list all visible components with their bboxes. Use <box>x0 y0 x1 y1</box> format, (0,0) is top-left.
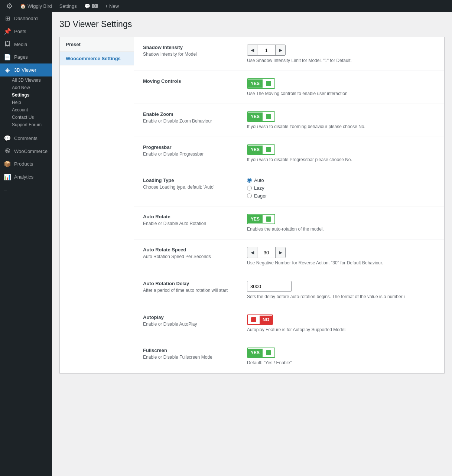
progressbar-hint: If you wish to disable Progressbar pleas… <box>247 157 435 162</box>
loading-type-auto[interactable]: Auto <box>247 177 435 183</box>
fullscreen-toggle-switch[interactable] <box>263 348 274 357</box>
site-name-label: Wiggly Bird <box>27 3 52 9</box>
sidebar-item-products[interactable]: 📦 Products <box>0 157 52 170</box>
shadow-intensity-desc: Shadow Intensity for Model <box>143 52 240 57</box>
loading-type-auto-radio[interactable] <box>247 178 252 183</box>
setting-row-auto-rotate: Auto Rotate Enable or Disable Auto Rotat… <box>134 206 444 239</box>
auto-rotate-speed-input[interactable] <box>257 247 276 258</box>
collapse-icon: – <box>4 186 7 193</box>
moving-controls-toggle-switch[interactable] <box>263 79 274 88</box>
woocommerce-icon: Ⓦ <box>4 148 11 154</box>
loading-type-eager[interactable]: Eager <box>247 193 435 199</box>
fullscreen-label: Fullscreen <box>143 348 240 353</box>
shadow-intensity-label: Shadow Intensity <box>143 45 240 50</box>
comment-icon: 💬 <box>84 3 90 9</box>
site-name-button[interactable]: 🏠 Wiggly Bird <box>17 0 55 12</box>
autoplay-desc: Enable or Disable AutoPlay <box>143 322 240 327</box>
enable-zoom-toggle[interactable]: YES <box>247 111 275 122</box>
enable-zoom-hint: If you wish to disable zooming behaviour… <box>247 124 435 129</box>
dashboard-icon: ⊞ <box>4 15 11 22</box>
fullscreen-hint: Default: "Yes / Enable" <box>247 360 435 365</box>
moving-controls-toggle[interactable]: YES <box>247 78 275 89</box>
auto-rotate-hint: Enables the auto-rotation of the model. <box>247 226 435 232</box>
auto-rotate-toggle[interactable]: YES <box>247 214 275 224</box>
admin-bar: ⚙ 🏠 Wiggly Bird Settings 💬 0 + New <box>0 0 452 12</box>
progressbar-toggle-switch[interactable] <box>263 145 274 154</box>
fullscreen-desc: Enable or Disable Fullscreen Mode <box>143 355 240 360</box>
3d-viewer-icon: ◈ <box>4 66 11 74</box>
enable-zoom-toggle-switch[interactable] <box>263 112 274 121</box>
setting-row-loading-type: Loading Type Choose Loading type, defaul… <box>134 170 444 206</box>
auto-rotate-speed-increment[interactable]: ▶ <box>276 247 285 258</box>
sidebar-item-dashboard[interactable]: ⊞ Dashboard <box>0 12 52 25</box>
loading-type-lazy[interactable]: Lazy <box>247 185 435 191</box>
sidebar-label-3d-viewer: 3D Viewer <box>14 67 36 73</box>
autoplay-label: Autoplay <box>143 314 240 320</box>
sidebar-sub-add-new[interactable]: Add New <box>0 84 52 91</box>
comment-count: 0 <box>92 4 98 8</box>
products-icon: 📦 <box>4 160 11 167</box>
sidebar-label-pages: Pages <box>14 54 28 60</box>
loading-type-eager-label: Eager <box>254 193 267 199</box>
auto-rotate-toggle-knob <box>266 216 271 222</box>
sidebar-sub-contact-us[interactable]: Contact Us <box>0 114 52 121</box>
pages-icon: 📄 <box>4 53 11 61</box>
preset-item-woocommerce[interactable]: Woocommerce Settings <box>60 52 134 65</box>
preset-header: Preset <box>60 37 134 52</box>
auto-rotate-speed-decrement[interactable]: ◀ <box>247 247 257 258</box>
sidebar-sub-support-forum[interactable]: Support Forum <box>0 121 52 128</box>
sidebar-sub-help[interactable]: Help <box>0 99 52 106</box>
media-icon: 🖼 <box>4 41 11 48</box>
autoplay-toggle[interactable]: NO <box>247 314 273 325</box>
settings-button[interactable]: Settings <box>56 0 80 12</box>
shadow-intensity-input[interactable] <box>257 45 276 55</box>
enable-zoom-toggle-knob <box>266 114 271 119</box>
sidebar-label-posts: Posts <box>14 29 26 34</box>
auto-rotate-speed-desc: Auto Rotation Speed Per Seconds <box>143 254 240 259</box>
auto-rotate-toggle-label: YES <box>248 215 263 223</box>
sidebar-item-3d-viewer[interactable]: ◈ 3D Viewer <box>0 63 52 76</box>
sidebar-item-woocommerce[interactable]: Ⓦ WooCommerce <box>0 145 52 157</box>
auto-rotation-delay-input[interactable] <box>247 281 292 292</box>
setting-row-auto-rotate-speed: Auto Rotate Speed Auto Rotation Speed Pe… <box>134 239 444 273</box>
fullscreen-toggle-knob <box>266 350 271 355</box>
enable-zoom-desc: Enable or Disable Zoom Behaviour <box>143 118 240 124</box>
autoplay-hint: Autoplay Feature is for Autoplay Support… <box>247 327 435 332</box>
auto-rotate-speed-hint: Use Negative Number for Reverse Action. … <box>247 260 435 265</box>
setting-row-shadow-intensity: Shadow Intensity Shadow Intensity for Mo… <box>134 37 444 71</box>
auto-rotate-toggle-switch[interactable] <box>263 215 274 224</box>
fullscreen-toggle[interactable]: YES <box>247 348 275 358</box>
sidebar-label-products: Products <box>14 161 33 167</box>
loading-type-eager-radio[interactable] <box>247 193 252 198</box>
sidebar-label-dashboard: Dashboard <box>14 16 38 21</box>
setting-row-moving-controls: Moving Controls YES Use The Moving contr… <box>134 71 444 104</box>
sidebar-item-media[interactable]: 🖼 Media <box>0 38 52 50</box>
setting-row-autoplay: Autoplay Enable or Disable AutoPlay NO A… <box>134 307 444 340</box>
sidebar-sub-settings[interactable]: Settings <box>0 91 52 99</box>
progressbar-toggle[interactable]: YES <box>247 144 275 155</box>
sidebar-item-pages[interactable]: 📄 Pages <box>0 50 52 63</box>
autoplay-toggle-switch[interactable] <box>248 315 260 324</box>
wp-logo-icon: ⚙ <box>6 1 13 10</box>
sidebar-sub-account[interactable]: Account <box>0 106 52 114</box>
shadow-intensity-hint: Use Shadow Intensity Limit for Model. "1… <box>247 58 435 63</box>
shadow-intensity-increment[interactable]: ▶ <box>276 45 285 55</box>
wp-logo-button[interactable]: ⚙ <box>3 0 16 12</box>
loading-type-lazy-radio[interactable] <box>247 186 252 190</box>
loading-type-label: Loading Type <box>143 177 240 183</box>
sidebar-item-collapse[interactable]: – <box>0 183 52 196</box>
sidebar-sub-all-3d-viewers[interactable]: All 3D Viewers <box>0 76 52 84</box>
shadow-intensity-control: ◀ ▶ <box>247 45 286 56</box>
sidebar-item-comments[interactable]: 💬 Comments <box>0 132 52 145</box>
sidebar-label-media: Media <box>14 42 27 47</box>
settings-form: Shadow Intensity Shadow Intensity for Mo… <box>134 37 444 373</box>
sidebar-item-analytics[interactable]: 📊 Analytics <box>0 170 52 183</box>
fullscreen-toggle-label: YES <box>248 349 263 357</box>
shadow-intensity-decrement[interactable]: ◀ <box>247 45 257 55</box>
comments-button[interactable]: 💬 0 <box>81 0 101 12</box>
preset-panel: Preset Woocommerce Settings <box>60 37 134 373</box>
sidebar-item-posts[interactable]: 📌 Posts <box>0 25 52 38</box>
new-content-button[interactable]: + New <box>102 0 122 12</box>
auto-rotate-speed-label: Auto Rotate Speed <box>143 247 240 252</box>
moving-controls-label: Moving Controls <box>143 78 240 84</box>
